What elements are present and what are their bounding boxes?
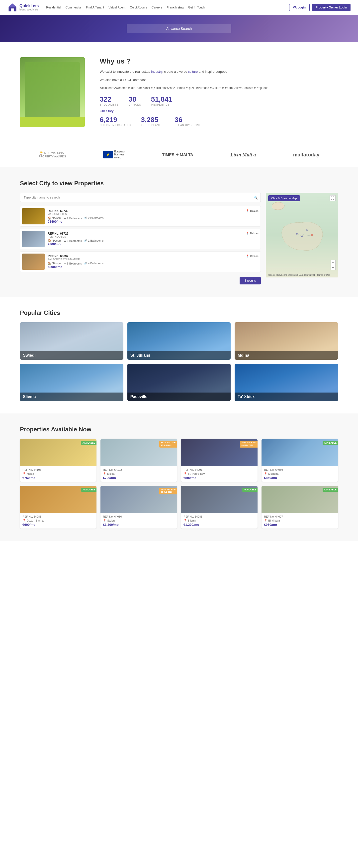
- nav-franchising[interactable]: Franchising: [167, 6, 184, 9]
- va-login-button[interactable]: VA Login: [289, 4, 310, 11]
- prop-card-location-64007: 📍 Birkirkara: [264, 519, 336, 522]
- prop-card-64091[interactable]: AVAILABLE ON30 JUN 2021 REF No. 64091 📍 …: [181, 439, 257, 482]
- results-button[interactable]: 3 results: [240, 277, 261, 284]
- prop-card-64007[interactable]: AVAILABLE REF No. 64007 📍 Birkirkara €95…: [261, 486, 338, 529]
- partner-eu: ★ EuropeanBusinessAward: [103, 150, 125, 160]
- city-search-input[interactable]: [20, 193, 261, 202]
- prop-beds-2: 🛏 1 Bedrooms: [63, 239, 82, 242]
- property-card-3[interactable]: REF No. 63692 PALACE/CASTLE/MANOR 📍 Balz…: [20, 251, 261, 272]
- map-island: [277, 216, 327, 254]
- prop-card-64085[interactable]: AVAILABLE REF No. 64085 📍 Gozo - Sannat …: [20, 486, 97, 529]
- map-zoom-out-button[interactable]: −: [331, 265, 336, 270]
- available-badge-64083: AVAILABLE: [242, 488, 257, 492]
- popular-cities-title: Popular Cities: [20, 309, 338, 316]
- prop-size-1: 🏠 NA sqm: [48, 216, 61, 220]
- map-zoom-in-button[interactable]: +: [331, 260, 336, 265]
- city-card-mdina[interactable]: Mdina: [235, 322, 338, 360]
- property-type-2: PENTHOUSES: [48, 236, 68, 238]
- prop-card-64106[interactable]: AVAILABLE REF No. 64106 📍 Msida €750/mo: [20, 439, 97, 482]
- logo-icon: [7, 2, 18, 12]
- city-card-swieqi[interactable]: Swieqi: [20, 322, 123, 360]
- why-us-hashtags: #JoinTeamAwesome #JoinTeamZanzi #QuickLe…: [100, 86, 338, 90]
- advance-search-bar[interactable]: Advance Search: [127, 24, 231, 33]
- property-info-1: REF No. 63733 MAISONETTES 📍 Balzan 🏠 NA …: [48, 209, 258, 223]
- prop-card-price-64007: €950/mo: [264, 523, 336, 527]
- property-type-1: MAISONETTES: [48, 213, 68, 215]
- stat-trees: 3,285 TREES PLANTED: [141, 116, 165, 126]
- nav-careers[interactable]: Careers: [152, 6, 162, 9]
- stat-properties-label: PROPERTIES: [151, 103, 172, 106]
- stat-children-number: 6,219: [100, 116, 131, 124]
- nav-virtual-agent[interactable]: Virtual Agent: [108, 6, 126, 9]
- cities-grid: Swieqi St. Julians Mdina Sliema Pacevill…: [20, 322, 338, 401]
- prop-card-img-64106: AVAILABLE: [20, 439, 97, 466]
- city-card-taxbiex[interactable]: Ta' Xbiex: [235, 364, 338, 401]
- nav-get-in-touch[interactable]: Get In Touch: [188, 6, 205, 9]
- partner-eu-icon: ★ EuropeanBusinessAward: [103, 150, 125, 159]
- prop-card-img-64083: AVAILABLE: [181, 486, 257, 513]
- nav-find-tenant[interactable]: Find A Tenant: [86, 6, 104, 9]
- prop-baths-2: 🚿 1 Bathrooms: [84, 239, 104, 242]
- prop-card-body-64080: REF No. 64080 📍 Swieqi €1,300/mo: [101, 513, 177, 529]
- main-nav: Residential Commercial Find A Tenant Vir…: [46, 6, 289, 9]
- stat-properties: 51,841 PROPERTIES: [151, 95, 172, 106]
- map-expand-button[interactable]: ⛶: [330, 195, 336, 201]
- nav-residential[interactable]: Residential: [46, 6, 61, 9]
- available-badge-64091: AVAILABLE ON30 JUN 2021: [240, 441, 257, 447]
- stat-specialists-number: 322: [100, 95, 118, 103]
- prop-card-price-64106: €750/mo: [22, 476, 94, 480]
- prop-beds-1: 🛏 2 Bedrooms: [63, 216, 82, 220]
- prop-card-location-64102: 📍 Msida: [103, 472, 174, 475]
- prop-card-img-64085: AVAILABLE: [20, 486, 97, 513]
- property-location-3: 📍 Balzan: [246, 254, 258, 258]
- prop-card-body-64083: REF No. 64083 📍 Sliema €1,200/mo: [181, 513, 257, 529]
- stat-offices: 38 OFFICES: [129, 95, 141, 106]
- prop-beds-3: 🛏 5 Bedrooms: [63, 262, 82, 265]
- culture-link[interactable]: culture: [188, 70, 198, 73]
- nav-quickrooms[interactable]: QuickRooms: [130, 6, 147, 9]
- map-container: Click & Draw on Map ⛶: [266, 193, 338, 277]
- property-card-2[interactable]: REF No. 63726 PENTHOUSES 📍 Balzan 🏠 NA s…: [20, 229, 261, 249]
- city-card-stjulians[interactable]: St. Julians: [128, 322, 231, 360]
- prop-baths-1: 🚿 2 Bathrooms: [84, 216, 104, 220]
- partner-ipa-icon: 🏆 INTERNATIONALPROPERTY AWARDS: [39, 151, 66, 158]
- stat-properties-number: 51,841: [151, 95, 172, 103]
- city-property-list: 🔍 REF No. 63733 MAISONETTES 📍 Balzan 🏠 N…: [20, 193, 261, 284]
- logo-brand: QuickLets: [20, 4, 39, 8]
- prop-card-img-64080: AVAILABLE ON26 JUL 2021: [101, 486, 177, 513]
- available-badge-64085: AVAILABLE: [81, 488, 97, 492]
- nav-commercial[interactable]: Commercial: [65, 6, 82, 9]
- map-gozo: [271, 200, 286, 210]
- partner-times: TIMES ✦ MALTA: [162, 150, 193, 160]
- stat-specialists: 322 SPECIALISTS: [100, 95, 118, 106]
- property-card-1[interactable]: REF No. 63733 MAISONETTES 📍 Balzan 🏠 NA …: [20, 206, 261, 227]
- available-badge-64102: AVAILABLE ON16 JUN 2021: [159, 441, 177, 447]
- prop-card-64089[interactable]: AVAILABLE REF No. 64089 📍 Mellieha €850/…: [261, 439, 338, 482]
- property-info-2: REF No. 63726 PENTHOUSES 📍 Balzan 🏠 NA s…: [48, 232, 258, 246]
- popular-cities-section: Popular Cities Swieqi St. Julians Mdina …: [0, 297, 358, 413]
- prop-card-price-64102: €700/mo: [103, 476, 174, 480]
- prop-card-img-64089: AVAILABLE: [261, 439, 338, 466]
- prop-card-ref-64007: REF No. 64007: [264, 515, 336, 518]
- prop-card-64080[interactable]: AVAILABLE ON26 JUL 2021 REF No. 64080 📍 …: [101, 486, 177, 529]
- city-card-paceville[interactable]: Paceville: [128, 364, 231, 401]
- prop-card-64102[interactable]: AVAILABLE ON16 JUN 2021 REF No. 64102 📍 …: [101, 439, 177, 482]
- city-card-sliema[interactable]: Sliema: [20, 364, 123, 401]
- industry-link[interactable]: industry: [151, 70, 162, 73]
- map-attribution: Google | Keyboard shortcuts | Map data ©…: [268, 274, 330, 276]
- stats-row-2: 6,219 CHILDREN EDUCATED 3,285 TREES PLAN…: [100, 116, 338, 126]
- prop-size-2: 🏠 NA sqm: [48, 239, 61, 242]
- our-story-link[interactable]: Our Story ›: [100, 109, 338, 113]
- prop-card-price-64085: €600/mo: [22, 523, 94, 527]
- logo[interactable]: QuickLets letting specialists: [7, 2, 39, 12]
- why-us-title: Why us ?: [100, 57, 338, 65]
- property-owner-login-button[interactable]: Property Owner Login: [312, 4, 351, 11]
- partners-section: 🏆 INTERNATIONALPROPERTY AWARDS ★ Europea…: [0, 142, 358, 167]
- partner-times-text: TIMES ✦ MALTA: [162, 152, 193, 157]
- prop-card-location-64089: 📍 Mellieha: [264, 472, 336, 475]
- map-draw-button[interactable]: Click & Draw on Map: [268, 195, 300, 201]
- property-ref-1: REF No. 63733: [48, 209, 68, 213]
- prop-card-64083[interactable]: AVAILABLE REF No. 64083 📍 Sliema €1,200/…: [181, 486, 257, 529]
- stat-specialists-label: SPECIALISTS: [100, 103, 118, 106]
- prop-card-body-64089: REF No. 64089 📍 Mellieha €850/mo: [261, 466, 338, 482]
